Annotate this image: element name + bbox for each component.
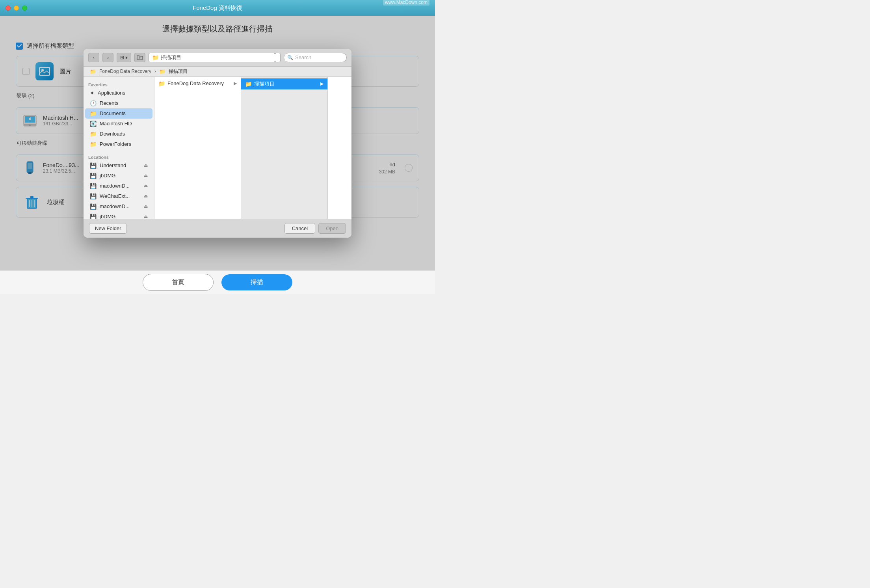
view-toggle-button[interactable]: ⊞ ▾: [117, 53, 131, 62]
watermark: www.MacDown.com: [383, 0, 429, 6]
dialog-sidebar: Favorites ✦ Applications 🕐 Recents 📁 Doc…: [84, 77, 154, 219]
sidebar-item-macdownd2[interactable]: 💾 macdownD... ⏏: [85, 201, 152, 212]
dialog-body: Favorites ✦ Applications 🕐 Recents 📁 Doc…: [84, 77, 351, 219]
current-column: 📁 掃描項目 ▶: [241, 77, 328, 219]
col-item-scan[interactable]: 📁 掃描項目 ▶: [241, 78, 327, 89]
sidebar-item-jbdmg2[interactable]: 💾 jbDMG ⏏: [85, 212, 152, 219]
forward-button[interactable]: ›: [102, 53, 113, 62]
dialog-footer: New Folder Cancel Open: [84, 219, 351, 238]
path-selector[interactable]: 📁 掃描項目 ⌃⌄: [149, 53, 281, 62]
sidebar-item-downloads[interactable]: 📁 Downloads: [85, 129, 152, 139]
path-chevron-icon: ⌃⌄: [273, 52, 277, 63]
dialog-toolbar: ‹ › ⊞ ▾ 📁 掃描項目: [84, 49, 351, 67]
sidebar-item-label: jbDMG: [100, 173, 115, 179]
eject-icon: ⏏: [144, 163, 148, 168]
sidebar-item-label: PowerFolders: [100, 141, 131, 147]
sidebar-item-wechatext[interactable]: 💾 WeChatExt... ⏏: [85, 191, 152, 201]
sidebar-item-label: Macintosh HD: [100, 121, 132, 127]
search-placeholder: Search: [295, 54, 311, 60]
path-label: 掃描項目: [161, 54, 181, 61]
file-picker-dialog: ‹ › ⊞ ▾ 📁 掃描項目: [84, 49, 351, 238]
sidebar-item-label: Documents: [100, 110, 126, 116]
macintosh-hd-icon: 💽: [90, 121, 97, 127]
fonedog-folder-icon: 📁: [158, 80, 165, 87]
favorites-header: Favorites: [84, 81, 154, 88]
dialog-action-buttons: Cancel Open: [284, 223, 346, 234]
dialog-file-area: 📁 FoneDog Data Recovery ▶ 📁: [154, 77, 351, 219]
eject-icon: ⏏: [144, 173, 148, 178]
sidebar-item-jbdmg[interactable]: 💾 jbDMG ⏏: [85, 171, 152, 181]
locations-header: Locations: [84, 153, 154, 160]
next-column: [328, 77, 351, 219]
breadcrumb-parent: FoneDog Data Recovery: [99, 69, 151, 74]
dialog-overlay: ‹ › ⊞ ▾ 📁 掃描項目: [0, 16, 435, 270]
grid-icon: ⊞: [120, 55, 124, 60]
sidebar-item-macdownd1[interactable]: 💾 macdownD... ⏏: [85, 181, 152, 191]
sidebar-item-label: Recents: [100, 100, 119, 106]
sidebar-item-label: macdownD...: [100, 203, 130, 209]
breadcrumb-current: 掃描項目: [169, 68, 188, 75]
scan-button[interactable]: 掃描: [221, 274, 292, 290]
back-button[interactable]: ‹: [88, 53, 99, 62]
applications-icon: ✦: [90, 90, 95, 96]
sidebar-item-label: WeChatExt...: [100, 193, 130, 199]
scan-folder-icon: 📁: [245, 81, 252, 87]
understand-icon: 💾: [90, 162, 97, 169]
sidebar-item-applications[interactable]: ✦ Applications: [85, 88, 152, 98]
documents-icon: 📁: [90, 110, 97, 117]
sidebar-item-powerfolders[interactable]: 📁 PowerFolders: [85, 139, 152, 149]
minimize-button[interactable]: [14, 6, 19, 11]
eject-icon: ⏏: [144, 214, 148, 219]
maximize-button[interactable]: [22, 6, 27, 11]
sidebar-item-label: Downloads: [100, 131, 125, 137]
jbdmg2-icon: 💾: [90, 214, 97, 219]
column-view: 📁 FoneDog Data Recovery ▶ 📁: [154, 77, 351, 219]
macdownd1-icon: 💾: [90, 183, 97, 189]
parent-column: 📁 FoneDog Data Recovery ▶: [154, 77, 241, 219]
col-arrow-icon: ▶: [234, 81, 237, 86]
open-button[interactable]: Open: [318, 223, 346, 234]
search-box[interactable]: 🔍 Search: [284, 53, 347, 62]
eject-icon: ⏏: [144, 194, 148, 199]
sidebar-item-label: jbDMG: [100, 214, 115, 219]
breadcrumb-bar: 📁 FoneDog Data Recovery › 📁 掃描項目: [84, 67, 351, 77]
search-icon: 🔍: [287, 55, 293, 60]
new-folder-button-toolbar[interactable]: [134, 53, 145, 62]
eject-icon: ⏏: [144, 204, 148, 209]
new-folder-button[interactable]: New Folder: [89, 223, 127, 234]
chevron-down-icon: ▾: [125, 55, 128, 60]
cancel-button[interactable]: Cancel: [284, 223, 315, 234]
macdownd2-icon: 💾: [90, 203, 97, 210]
title-bar: FoneDog 資料恢復 www.MacDown.com: [0, 0, 435, 16]
main-content: 選擇數據類型以及路徑進行掃描 選擇所有檔案類型 圖片: [0, 16, 435, 270]
breadcrumb-current-folder-icon: 📁: [159, 69, 165, 74]
traffic-lights: [6, 6, 27, 11]
sidebar-item-documents[interactable]: 📁 Documents: [85, 108, 152, 119]
breadcrumb-separator: ›: [154, 69, 156, 74]
sidebar-item-label: macdownD...: [100, 183, 130, 189]
sidebar-item-macintosh-hd[interactable]: 💽 Macintosh HD: [85, 119, 152, 129]
jbdmg-icon: 💾: [90, 173, 97, 179]
downloads-icon: 📁: [90, 131, 97, 137]
eject-icon: ⏏: [144, 183, 148, 188]
breadcrumb-parent-folder-icon: 📁: [90, 69, 96, 74]
sidebar-item-recents[interactable]: 🕐 Recents: [85, 98, 152, 108]
home-button[interactable]: 首頁: [143, 274, 214, 291]
sidebar-item-label: Understand: [100, 162, 126, 168]
wechatext-icon: 💾: [90, 193, 97, 199]
path-folder-icon: 📁: [152, 54, 159, 61]
col-item-label: FoneDog Data Recovery: [167, 80, 224, 86]
app-title: FoneDog 資料恢復: [193, 4, 242, 12]
close-button[interactable]: [6, 6, 11, 11]
col-arrow-icon: ▶: [320, 81, 323, 86]
bottom-bar: 首頁 掃描: [0, 270, 435, 294]
recents-icon: 🕐: [90, 100, 97, 106]
col-item-label: 掃描項目: [254, 80, 275, 87]
col-item-fonedog[interactable]: 📁 FoneDog Data Recovery ▶: [154, 78, 241, 89]
powerfolders-icon: 📁: [90, 141, 97, 147]
sidebar-item-label: Applications: [98, 90, 125, 96]
sidebar-item-understand[interactable]: 💾 Understand ⏏: [85, 160, 152, 171]
